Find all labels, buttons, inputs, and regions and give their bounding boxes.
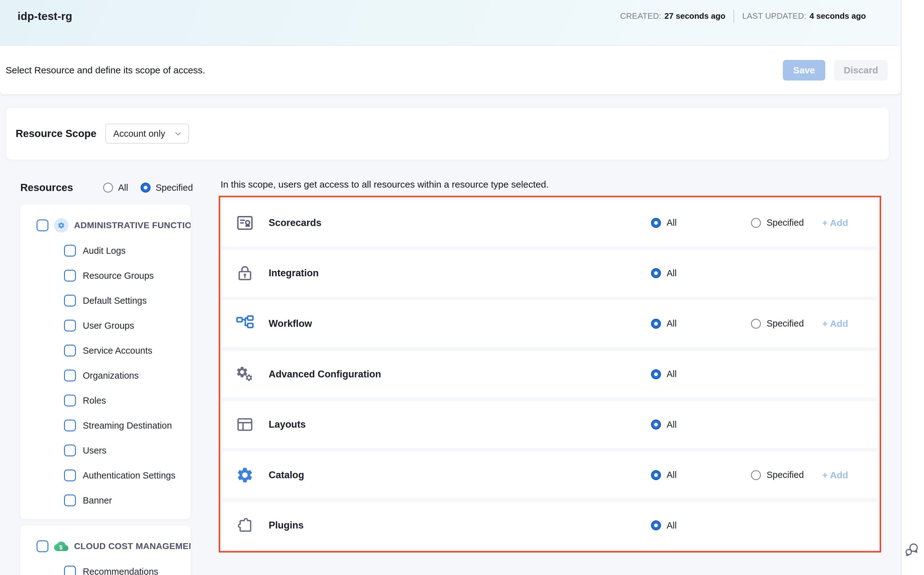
row-all-radio[interactable]: All (651, 318, 677, 329)
save-button[interactable]: Save (783, 60, 825, 81)
radio-off-icon (751, 218, 761, 228)
sidebar-item-recommendations[interactable]: Recommendations (20, 559, 191, 575)
radio-on-icon (651, 369, 661, 379)
gear-icon (235, 465, 255, 485)
chat-bubbles-icon (904, 542, 920, 559)
meta-divider (733, 10, 734, 23)
item-checkbox[interactable] (64, 395, 76, 407)
section-checkbox[interactable] (37, 219, 48, 231)
scope-hint-text: In this scope, users get access to all r… (221, 179, 549, 190)
sidebar-item-service-accounts[interactable]: Service Accounts (20, 338, 191, 363)
row-all-radio[interactable]: All (651, 369, 677, 379)
item-checkbox[interactable] (64, 370, 76, 381)
sidebar-item-organizations[interactable]: Organizations (20, 363, 191, 388)
row-add-link[interactable]: + Add (822, 470, 848, 480)
resource-row-label: Layouts (269, 419, 306, 430)
page-header: idp-test-rg CREATED: 27 seconds ago LAST… (0, 0, 901, 46)
section-items: Recommendations (20, 559, 191, 575)
resources-header: Resources All Specified (20, 182, 193, 194)
right-side-strip (901, 0, 924, 575)
section-header-cloud-cost-management: $ CLOUD COST MANAGEMENT (20, 538, 191, 555)
resources-all-radio[interactable]: All (103, 183, 128, 193)
row-specified-radio[interactable]: Specified (751, 470, 804, 480)
puzzle-icon (235, 515, 255, 535)
row-add-link[interactable]: + Add (822, 318, 848, 329)
sidebar-item-audit-logs[interactable]: Audit Logs (20, 238, 191, 263)
resource-row-integration: Integration All (222, 250, 878, 297)
toolbar-description: Select Resource and define its scope of … (6, 65, 205, 76)
resource-row-label: Catalog (269, 470, 304, 481)
item-checkbox[interactable] (64, 270, 76, 281)
sidebar-item-user-groups[interactable]: User Groups (20, 313, 191, 338)
section-name: CLOUD COST MANAGEMENT (74, 541, 191, 551)
section-checkbox[interactable] (37, 540, 48, 552)
row-add-link[interactable]: + Add (822, 218, 848, 228)
radio-off-icon (103, 183, 113, 192)
item-checkbox[interactable] (64, 295, 76, 307)
resource-scope-dropdown[interactable]: Account only (105, 124, 189, 144)
cloud-dollar-badge-icon: $ (54, 539, 69, 553)
section-name: ADMINISTRATIVE FUNCTIONS (74, 221, 191, 230)
radio-on-icon (651, 319, 661, 329)
row-all-radio[interactable]: All (651, 419, 677, 430)
row-all-radio[interactable]: All (651, 268, 677, 278)
item-checkbox[interactable] (64, 345, 76, 356)
toolbar: Select Resource and define its scope of … (0, 46, 901, 94)
resource-scope-card: Resource Scope Account only (6, 108, 889, 159)
resource-scope-label: Resource Scope (16, 128, 97, 140)
sidebar-item-resource-groups[interactable]: Resource Groups (20, 263, 191, 288)
sidebar-item-streaming-destination[interactable]: Streaming Destination (20, 413, 191, 438)
app-area: idp-test-rg CREATED: 27 seconds ago LAST… (0, 0, 901, 575)
resource-types-selection-box: Scorecards All Specified + Add (219, 196, 881, 553)
content-area: Resource Scope Account only Resources Al… (0, 94, 901, 575)
item-checkbox[interactable] (64, 445, 76, 456)
meta-info: CREATED: 27 seconds ago LAST UPDATED: 4 … (620, 10, 866, 23)
chevron-down-icon (174, 129, 183, 138)
item-checkbox[interactable] (64, 419, 76, 431)
sidebar-item-banner[interactable]: Banner (20, 488, 191, 513)
resource-row-scorecards: Scorecards All Specified + Add (222, 200, 878, 246)
layout-icon (235, 415, 255, 435)
sidebar-section-administrative-functions: ADMINISTRATIVE FUNCTIONS Audit Logs Reso… (20, 205, 191, 519)
item-checkbox[interactable] (64, 245, 76, 257)
lock-icon (235, 263, 255, 283)
row-all-radio[interactable]: All (651, 470, 677, 480)
resource-row-label: Plugins (269, 520, 304, 531)
row-all-radio[interactable]: All (651, 520, 677, 531)
sidebar-section-cloud-cost-management: $ CLOUD COST MANAGEMENT Recommendations (20, 525, 191, 575)
radio-on-icon (651, 218, 661, 228)
resource-row-label: Integration (269, 267, 319, 279)
resource-row-label: Workflow (269, 318, 312, 329)
radio-on-icon (651, 419, 661, 429)
resources-specified-radio[interactable]: Specified (140, 183, 193, 193)
radio-on-icon (651, 520, 661, 531)
resource-row-advanced-configuration: Advanced Configuration All (222, 351, 878, 398)
item-checkbox[interactable] (64, 320, 76, 332)
row-specified-radio[interactable]: Specified (751, 318, 804, 329)
last-updated-label: LAST UPDATED: (742, 11, 806, 21)
discard-button[interactable]: Discard (834, 60, 888, 81)
last-updated-value: 4 seconds ago (809, 11, 866, 21)
row-specified-radio[interactable]: Specified (751, 218, 804, 228)
sidebar-item-roles[interactable]: Roles (20, 388, 191, 413)
item-checkbox[interactable] (64, 565, 76, 575)
resource-scope-value: Account only (113, 129, 165, 139)
resource-row-layouts: Layouts All (222, 401, 878, 448)
section-items: Audit Logs Resource Groups Default Setti… (20, 238, 191, 513)
item-checkbox[interactable] (64, 470, 76, 481)
created-value: 27 seconds ago (664, 11, 725, 21)
radio-off-icon (751, 470, 761, 480)
sidebar-item-users[interactable]: Users (20, 438, 191, 463)
chat-button[interactable] (903, 542, 920, 559)
row-all-radio[interactable]: All (651, 218, 677, 228)
page: idp-test-rg CREATED: 27 seconds ago LAST… (0, 0, 924, 575)
resource-row-label: Advanced Configuration (269, 369, 381, 380)
gears-icon (235, 364, 255, 384)
radio-on-icon (651, 268, 661, 278)
item-checkbox[interactable] (64, 494, 76, 506)
resource-row-catalog: Catalog All Specified + Add (222, 452, 878, 499)
radio-off-icon (751, 319, 761, 329)
radio-on-icon (651, 470, 661, 480)
sidebar-item-authentication-settings[interactable]: Authentication Settings (20, 463, 191, 488)
sidebar-item-default-settings[interactable]: Default Settings (20, 288, 191, 313)
